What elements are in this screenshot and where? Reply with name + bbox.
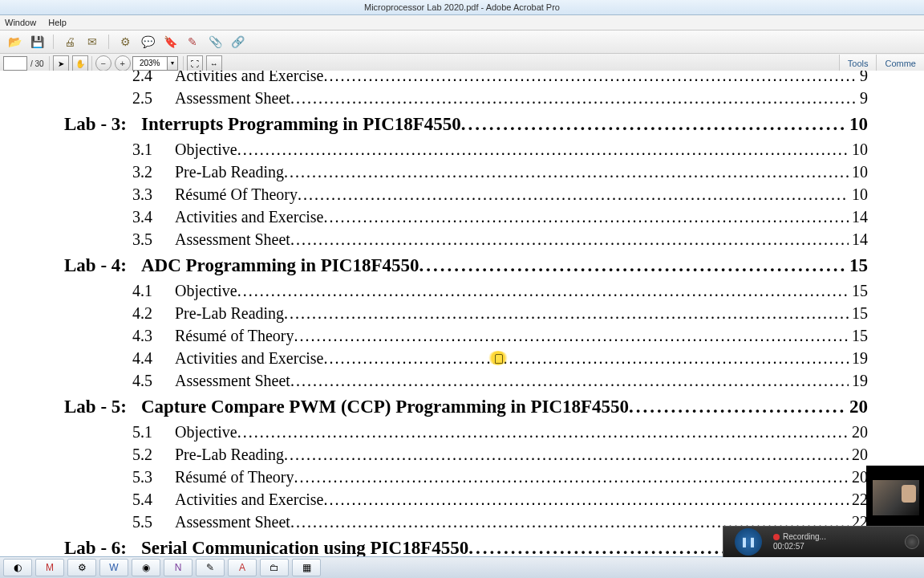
toc-number: 4.3 [64,324,175,347]
toc-entry[interactable]: 3.4Activities and Exercise .............… [64,206,868,228]
toc-leader-dots: ........................................… [290,228,849,250]
stamp-icon[interactable]: 🔖 [162,34,178,50]
toolbar-separator [53,35,54,49]
hand-tool-icon[interactable]: ✋ [72,55,88,71]
toc-title: Assessment Sheet [175,511,290,533]
toc-title: Assessment Sheet [175,87,290,109]
zoom-in-icon[interactable]: + [115,55,131,71]
toc-entry[interactable]: 2.5Assessment Sheet ....................… [64,87,868,109]
toc-leader-dots: ........................................… [290,87,857,109]
pause-recording-icon[interactable]: ❚❚ [735,528,762,556]
toc-leader-dots: ........................................… [294,324,849,347]
toc-title: Assessment Sheet [175,228,290,250]
toc-page-number: 10 [849,138,868,161]
toc-number: Lab - 3: [64,111,141,138]
toc-entry[interactable]: 5.1Objective ...........................… [64,421,868,443]
toc-number: 3.3 [64,183,175,206]
taskbar-explorer-icon[interactable]: 🗀 [260,559,289,576]
recording-widget[interactable]: ❚❚ Recording... 00:02:57 [723,526,924,557]
sign-icon[interactable]: ✎ [184,34,201,50]
link-icon[interactable]: 🔗 [229,34,245,50]
toc-title: Résumé of Theory [175,324,294,347]
taskbar-onenote-icon[interactable]: N [164,559,192,576]
document-viewport[interactable]: 2.4Activities and Exercise .............… [0,71,924,557]
comment-icon[interactable]: 💬 [140,34,156,50]
toc-entry[interactable]: 3.5Assessment Sheet ....................… [64,228,868,250]
gear-icon[interactable]: ⚙ [117,34,133,50]
toc-leader-dots: ........................................… [237,421,849,443]
fit-page-icon[interactable]: ⛶ [187,55,203,71]
save-icon[interactable]: 💾 [29,34,45,50]
zoom-dropdown-icon[interactable]: ▾ [168,56,178,71]
toc-title: Résumé Of Theory [175,183,298,206]
taskbar-chrome-icon[interactable]: ◉ [132,559,160,576]
toc-leader-dots: ........................................… [324,347,849,369]
zoom-level-input[interactable]: 203% [132,56,168,71]
attach-icon[interactable]: 📎 [207,34,223,50]
toc-page-number: 14 [849,206,868,228]
toc-number: 5.5 [64,511,175,533]
toc-page-number: 15 [849,279,868,302]
taskbar-word-icon[interactable]: W [99,559,128,576]
toc-leader-dots: ........................................… [324,206,849,228]
toc-number: 3.1 [64,138,175,161]
toc-entry[interactable]: 2.4Activities and Exercise .............… [64,71,868,87]
toc-page-number: 15 [846,252,868,279]
select-tool-icon[interactable]: ➤ [53,55,69,71]
toc-title: Interrupts Programming in PIC18F4550 [141,111,461,138]
zoom-out-icon[interactable]: − [95,55,111,71]
toc-number: Lab - 5: [64,393,141,421]
toc-title: ADC Programming in PIC18F4550 [141,252,419,279]
toc-heading[interactable]: Lab - 3:Interrupts Programming in PIC18F… [64,111,868,138]
toc-page-number: 19 [849,347,868,369]
page-number-input[interactable] [3,56,27,71]
toc-page-number: 14 [849,228,868,250]
toc-entry[interactable]: 5.4Activities and Exercise .............… [64,488,868,511]
fit-width-icon[interactable]: ↔ [206,55,222,71]
toc-entry[interactable]: 4.1Objective ...........................… [64,279,868,302]
toc-entry[interactable]: 4.2Pre-Lab Reading .....................… [64,302,868,324]
menu-help[interactable]: Help [48,18,67,27]
toolbar-separator [49,56,50,71]
open-icon[interactable]: 📂 [6,34,22,50]
taskbar-app-icon[interactable]: ▦ [292,559,321,576]
toc-title: Pre-Lab Reading [175,302,284,324]
taskbar-acrobat-icon[interactable]: A [228,559,257,576]
toc-number: 4.5 [64,369,175,392]
toc-title: Activities and Exercise [175,488,324,511]
toc-leader-dots: ........................................… [284,302,849,324]
recording-time: 00:02:57 [773,542,826,552]
taskbar-app-icon[interactable]: ⚙ [67,559,96,576]
taskbar-app-icon[interactable]: M [35,559,64,576]
toc-entry[interactable]: 4.5Assessment Sheet ....................… [64,369,868,392]
toc-title: Objective [175,421,237,443]
toc-page-number: 20 [849,466,868,488]
taskbar-start-icon[interactable]: ◐ [3,559,32,576]
print-icon[interactable]: 🖨 [62,34,78,50]
toc-page-number: 10 [849,161,868,183]
toc-entry[interactable]: 3.2Pre-Lab Reading .....................… [64,161,868,183]
toc-title: Activities and Exercise [175,206,324,228]
toc-leader-dots: ........................................… [461,111,846,138]
toc-entry[interactable]: 5.3Résumé of Theory ....................… [64,466,868,488]
menu-window[interactable]: Window [5,18,36,27]
toc-page-number: 9 [857,71,868,87]
toc-page-number: 20 [849,443,868,466]
taskbar-app-icon[interactable]: ✎ [196,559,225,576]
toc-entry[interactable]: 3.3Résumé Of Theory ....................… [64,183,868,206]
toc-leader-dots: ........................................… [324,488,849,511]
toc-entry[interactable]: 4.4Activities and Exercise .............… [64,347,868,369]
window-title: Microprocessor Lab 2020.pdf - Adobe Acro… [364,2,560,12]
toc-leader-dots: ........................................… [290,369,849,392]
recording-knob-icon[interactable] [905,535,919,549]
toc-number: 4.4 [64,347,175,369]
email-icon[interactable]: ✉ [84,34,100,50]
toc-heading[interactable]: Lab - 5:Capture Compare PWM (CCP) Progra… [64,393,868,421]
toc-entry[interactable]: 4.3Résumé of Theory ....................… [64,324,868,347]
toc-page-number: 22 [849,488,868,511]
toc-entry[interactable]: 5.2Pre-Lab Reading .....................… [64,443,868,466]
webcam-face [902,485,916,503]
toc-heading[interactable]: Lab - 4:ADC Programming in PIC18F4550 ..… [64,252,868,279]
page-total-label: / 30 [30,59,44,68]
toc-entry[interactable]: 3.1Objective ...........................… [64,138,868,161]
